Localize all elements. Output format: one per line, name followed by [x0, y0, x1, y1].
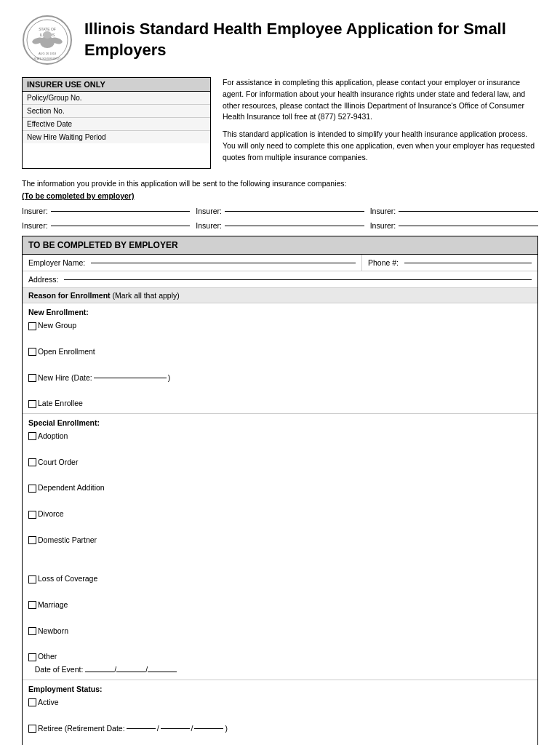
completed-by-note: (To be completed by employer) [22, 191, 134, 200]
insurer-field-5: Insurer: [196, 220, 364, 232]
insurer-field-3: Insurer: [370, 205, 538, 218]
reason-header: Reason for Enrollment (Mark all that app… [23, 288, 537, 303]
marriage-checkbox[interactable]: Marriage [28, 599, 532, 612]
insurer-field-1: Insurer: [22, 205, 190, 218]
employer-name-label: Employer Name: [28, 258, 85, 267]
employer-name-phone-row: Employer Name: Phone #: [23, 255, 537, 271]
employment-status-label: Employment Status: [28, 685, 103, 693]
late-enrollee-checkbox[interactable]: Late Enrollee [28, 397, 532, 410]
open-enrollment-checkbox[interactable]: Open Enrollment [28, 346, 532, 359]
insurer-use-only-box: INSURER USE ONLY Policy/Group No. Sectio… [22, 77, 211, 169]
adoption-checkbox[interactable]: Adoption [28, 430, 532, 443]
domestic-partner-checkbox[interactable]: Domestic Partner [28, 534, 532, 547]
other-checkbox[interactable]: Other [28, 650, 532, 664]
date-of-event-label: Date of Event: // [35, 665, 177, 674]
info-text-block: For assistance in completing this applic… [223, 77, 538, 169]
insurer-policy-row: Policy/Group No. [23, 92, 210, 105]
address-row: Address: [23, 271, 537, 288]
insurer-waiting-row: New Hire Waiting Period [23, 131, 210, 143]
insurer-line-4 [51, 226, 191, 226]
companies-section: The information you provide in this appl… [22, 178, 538, 231]
top-section: INSURER USE ONLY Policy/Group No. Sectio… [22, 77, 538, 169]
active-checkbox[interactable]: Active [28, 696, 532, 709]
phone-line [404, 263, 532, 263]
employer-section: TO BE COMPLETED BY EMPLOYER Employer Nam… [22, 236, 538, 745]
court-order-checkbox[interactable]: Court Order [28, 456, 532, 469]
address-label: Address: [28, 275, 58, 284]
new-group-checkbox[interactable]: New Group [28, 319, 532, 332]
state-seal-logo: STATE OF ILLINOIS AUG 26 1818 STATE SOVE… [22, 15, 73, 65]
page-header: STATE OF ILLINOIS AUG 26 1818 STATE SOVE… [22, 15, 538, 65]
special-enrollment-label: Special Enrollment: [28, 418, 100, 427]
insurer-line-3 [399, 211, 538, 212]
employer-name-line [91, 263, 356, 263]
loss-coverage-checkbox[interactable]: Loss of Coverage [28, 573, 532, 586]
employer-name-cell: Employer Name: [23, 255, 362, 271]
new-hire-checkbox[interactable]: New Hire (Date: ) [28, 372, 532, 385]
insurer-label-1: Insurer: [22, 205, 48, 218]
dependent-addition-checkbox[interactable]: Dependent Addition [28, 482, 532, 495]
employer-section-header: TO BE COMPLETED BY EMPLOYER [23, 236, 537, 255]
divorce-checkbox[interactable]: Divorce [28, 508, 532, 521]
address-line [64, 279, 532, 280]
insurer-label-6: Insurer: [370, 220, 396, 232]
phone-cell: Phone #: [362, 255, 537, 271]
svg-text:AUG 26 1818: AUG 26 1818 [39, 52, 57, 55]
insurer-label-4: Insurer: [22, 220, 48, 232]
svg-text:STATE OF: STATE OF [39, 27, 56, 31]
new-enrollment-label: New Enrollment: [28, 308, 89, 316]
retiree-checkbox[interactable]: Retiree (Retirement Date: // ) [28, 722, 532, 736]
insurer-label-3: Insurer: [370, 205, 396, 218]
insurer-field-2: Insurer: [196, 205, 364, 218]
new-enrollment-row: New Enrollment: New Group Open Enrollmen… [23, 303, 537, 414]
special-enrollment-row: Special Enrollment: Adoption Court Order… [23, 414, 537, 680]
insurer-effective-row: Effective Date [23, 118, 210, 131]
insurer-box-title: INSURER USE ONLY [23, 78, 210, 92]
info-paragraph-2: This standard application is intended to… [223, 129, 538, 163]
employment-status-row: Employment Status: Active Retiree (Retir… [23, 680, 537, 745]
phone-label: Phone #: [368, 258, 399, 267]
insurer-line-5 [225, 226, 364, 226]
svg-point-5 [43, 31, 52, 39]
newborn-checkbox[interactable]: Newborn [28, 625, 532, 638]
info-paragraph-1: For assistance in completing this applic… [223, 77, 538, 123]
insurer-field-6: Insurer: [370, 220, 538, 232]
insurer-line-6 [399, 226, 538, 226]
insurer-section-row: Section No. [23, 105, 210, 118]
insurer-field-4: Insurer: [22, 220, 190, 232]
page-title: Illinois Standard Health Employee Applic… [84, 19, 538, 60]
svg-text:STATE SOVEREIGNTY: STATE SOVEREIGNTY [33, 57, 61, 60]
insurer-label-2: Insurer: [196, 205, 222, 218]
address-cell: Address: [23, 271, 537, 287]
companies-note: The information you provide in this appl… [22, 179, 347, 188]
insurer-line-2 [225, 211, 364, 212]
insurer-label-5: Insurer: [196, 220, 222, 232]
insurer-line-1 [51, 211, 191, 212]
